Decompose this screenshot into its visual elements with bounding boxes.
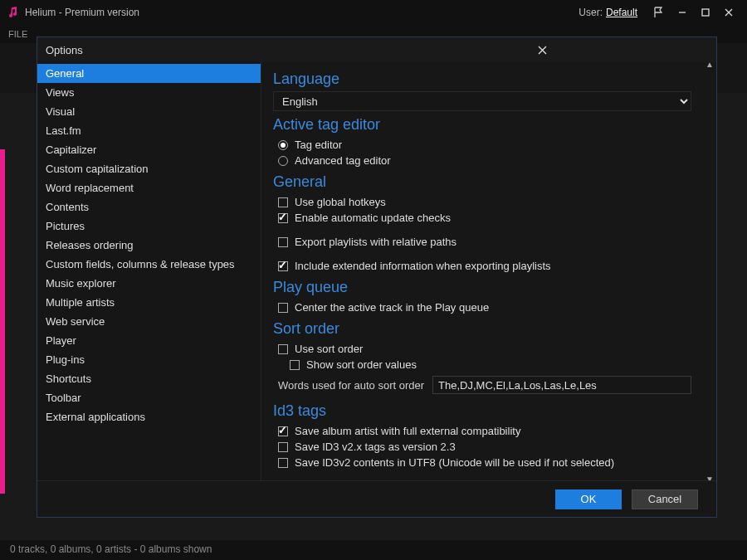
sidebar-item-general[interactable]: General <box>37 64 261 83</box>
sidebar-item-custom-fields-columns-release-types[interactable]: Custom fields, columns & release types <box>37 255 261 274</box>
checkbox-icon <box>278 237 288 247</box>
status-bar: 0 tracks, 0 albums, 0 artists - 0 albums… <box>0 540 747 560</box>
maximize-button[interactable] <box>694 0 717 25</box>
scroll-up-icon[interactable]: ▲ <box>705 62 715 69</box>
sidebar-item-capitalizer[interactable]: Capitalizer <box>37 140 261 159</box>
checkbox-icon <box>278 442 288 452</box>
checkbox-label: Save ID3 v2.x tags as version 2.3 <box>295 441 456 453</box>
checkbox-label: Enable automatic update checks <box>295 212 451 224</box>
cancel-button[interactable]: Cancel <box>632 489 698 509</box>
radio-icon <box>278 156 288 166</box>
section-id3-tags: Id3 tags <box>273 402 691 420</box>
checkbox-icon <box>290 360 300 370</box>
dialog-title: Options <box>46 44 377 56</box>
checkbox-label: Save ID3v2 contents in UTF8 (Unicode wil… <box>295 456 614 469</box>
content-scroll[interactable]: Language English Active tag editor Tag e… <box>273 66 701 477</box>
checkbox-label: Use global hotkeys <box>295 196 386 208</box>
section-active-tag-editor: Active tag editor <box>273 116 691 134</box>
sort-words-row: Words used for auto sort order <box>273 373 691 397</box>
section-general: General <box>273 173 691 191</box>
sort-words-input[interactable] <box>432 376 691 394</box>
dialog-close-button[interactable] <box>377 41 708 58</box>
user-label: User: <box>579 7 603 18</box>
check-export-relative[interactable]: Export playlists with relative paths <box>273 234 691 250</box>
checkbox-icon <box>278 344 288 354</box>
check-include-extended[interactable]: Include extended information when export… <box>273 258 691 274</box>
sidebar-item-web-service[interactable]: Web service <box>37 312 261 331</box>
check-use-sort-order[interactable]: Use sort order <box>273 341 691 357</box>
section-play-queue: Play queue <box>273 279 691 296</box>
sidebar-item-toolbar[interactable]: Toolbar <box>37 388 261 407</box>
check-show-sort-values[interactable]: Show sort order values <box>273 357 691 373</box>
sidebar-item-views[interactable]: Views <box>37 83 261 102</box>
sidebar-item-external-applications[interactable]: External applications <box>37 407 261 426</box>
minimize-button[interactable] <box>671 0 694 25</box>
sidebar-item-visual[interactable]: Visual <box>37 102 261 121</box>
checkbox-icon <box>278 197 288 207</box>
close-button[interactable] <box>717 0 740 25</box>
sidebar-item-music-explorer[interactable]: Music explorer <box>37 274 261 293</box>
app-title: Helium - Premium version <box>25 7 579 18</box>
dialog-footer: OK Cancel <box>37 480 716 517</box>
menu-file[interactable]: FILE <box>8 29 27 39</box>
checkbox-label: Center the active track in the Play queu… <box>295 301 489 314</box>
check-save-utf8[interactable]: Save ID3v2 contents in UTF8 (Unicode wil… <box>273 455 691 470</box>
app-logo-icon <box>7 6 20 19</box>
checkbox-icon <box>278 458 288 468</box>
options-sidebar: GeneralViewsVisualLast.fmCapitalizerCust… <box>37 62 261 480</box>
radio-tag-editor[interactable]: Tag editor <box>273 137 691 153</box>
sidebar-item-custom-capitalization[interactable]: Custom capitalization <box>37 159 261 178</box>
section-sort-order: Sort order <box>273 320 691 338</box>
sidebar-item-pictures[interactable]: Pictures <box>37 217 261 236</box>
check-center-active[interactable]: Center the active track in the Play queu… <box>273 299 691 315</box>
radio-advanced-tag-editor[interactable]: Advanced tag editor <box>273 153 691 168</box>
sidebar-item-word-replacement[interactable]: Word replacement <box>37 178 261 197</box>
checkbox-label: Save album artist with full external com… <box>295 425 520 437</box>
radio-label: Advanced tag editor <box>295 154 391 167</box>
checkbox-label: Export playlists with relative paths <box>295 236 456 248</box>
sidebar-item-multiple-artists[interactable]: Multiple artists <box>37 293 261 312</box>
section-language: Language <box>273 71 691 88</box>
language-select-row: English <box>273 91 691 111</box>
sort-words-label: Words used for auto sort order <box>278 379 424 392</box>
language-select[interactable]: English <box>273 91 691 111</box>
checkbox-icon <box>278 213 288 223</box>
checkbox-icon <box>278 261 288 271</box>
checkbox-label: Use sort order <box>295 343 363 355</box>
checkbox-icon <box>278 303 288 313</box>
user-name[interactable]: Default <box>606 7 637 18</box>
title-bar: Helium - Premium version User: Default <box>0 0 747 25</box>
options-dialog: Options GeneralViewsVisualLast.fmCapital… <box>37 37 717 518</box>
sidebar-item-player[interactable]: Player <box>37 331 261 350</box>
sidebar-item-shortcuts[interactable]: Shortcuts <box>37 369 261 388</box>
checkbox-label: Show sort order values <box>306 358 417 371</box>
check-enable-updates[interactable]: Enable automatic update checks <box>273 210 691 226</box>
radio-icon <box>278 140 288 150</box>
check-global-hotkeys[interactable]: Use global hotkeys <box>273 194 691 210</box>
check-save-album-artist[interactable]: Save album artist with full external com… <box>273 423 691 439</box>
dialog-body: GeneralViewsVisualLast.fmCapitalizerCust… <box>37 62 716 480</box>
dialog-title-bar: Options <box>37 37 716 62</box>
ok-button[interactable]: OK <box>555 489 622 509</box>
scroll-down-icon[interactable]: ▼ <box>705 474 715 480</box>
options-content: Language English Active tag editor Tag e… <box>261 62 716 480</box>
checkbox-label: Include extended information when export… <box>295 260 551 272</box>
radio-label: Tag editor <box>295 139 342 151</box>
check-save-v23[interactable]: Save ID3 v2.x tags as version 2.3 <box>273 439 691 455</box>
sidebar-item-contents[interactable]: Contents <box>37 197 261 217</box>
sidebar-item-releases-ordering[interactable]: Releases ordering <box>37 236 261 255</box>
flag-icon[interactable] <box>647 0 671 25</box>
svg-rect-1 <box>702 9 709 16</box>
sidebar-item-plug-ins[interactable]: Plug-ins <box>37 350 261 369</box>
checkbox-icon <box>278 426 288 436</box>
accent-strip <box>0 149 5 494</box>
sidebar-item-last-fm[interactable]: Last.fm <box>37 121 261 140</box>
